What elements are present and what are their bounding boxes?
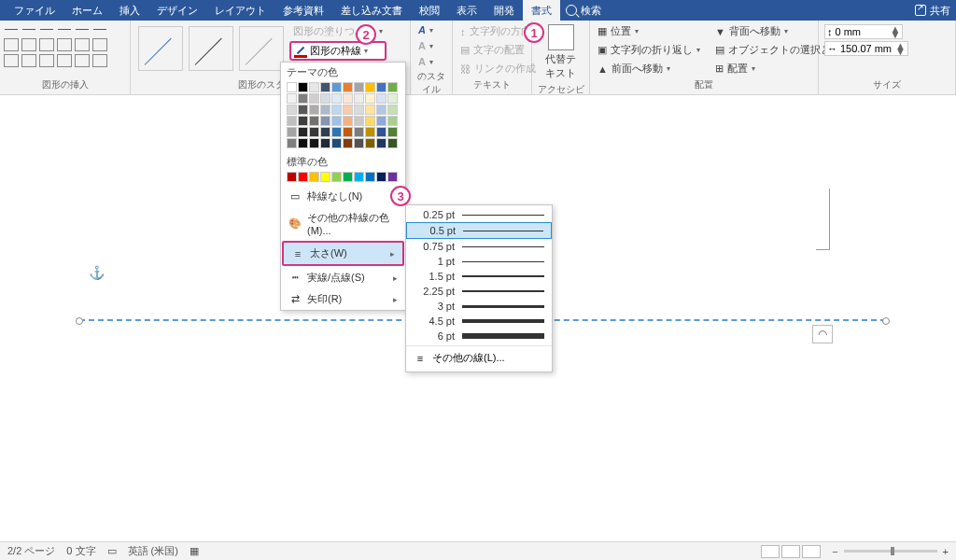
- tab-書式[interactable]: 書式: [523, 0, 560, 21]
- weight-option[interactable]: 6 pt: [406, 329, 552, 343]
- weight-option[interactable]: 1 pt: [406, 254, 552, 269]
- color-swatch[interactable]: [298, 105, 308, 115]
- tab-表示[interactable]: 表示: [448, 0, 485, 21]
- color-swatch[interactable]: [309, 138, 319, 148]
- shape-cell[interactable]: [92, 54, 107, 67]
- bring-forward-button[interactable]: ▲ 前面へ移動 ▾: [594, 60, 704, 77]
- color-swatch[interactable]: [309, 105, 319, 115]
- color-swatch[interactable]: [298, 127, 308, 137]
- shape-cell[interactable]: [57, 38, 72, 51]
- color-swatch[interactable]: [376, 127, 387, 137]
- color-swatch[interactable]: [320, 138, 330, 148]
- color-swatch[interactable]: [287, 105, 297, 115]
- page-indicator[interactable]: 2/2 ページ: [7, 544, 55, 558]
- style-preset[interactable]: [189, 26, 233, 71]
- color-swatch[interactable]: [376, 138, 387, 148]
- color-swatch[interactable]: [387, 172, 398, 182]
- color-swatch[interactable]: [287, 116, 297, 126]
- dashes-item[interactable]: ┅実線/点線(S)▸: [281, 267, 405, 288]
- color-swatch[interactable]: [376, 172, 387, 182]
- layout-options-button[interactable]: [812, 325, 833, 343]
- zoom-slider[interactable]: [844, 550, 937, 553]
- color-swatch[interactable]: [354, 138, 364, 148]
- weight-option[interactable]: 0.25 pt: [406, 207, 552, 222]
- tab-レイアウト[interactable]: レイアウト: [206, 0, 274, 21]
- color-swatch[interactable]: [343, 127, 353, 137]
- color-swatch[interactable]: [298, 138, 308, 148]
- tab-参考資料[interactable]: 参考資料: [274, 0, 332, 21]
- color-swatch[interactable]: [331, 116, 342, 126]
- color-swatch[interactable]: [298, 116, 308, 126]
- position-button[interactable]: ▦ 位置 ▾: [594, 22, 704, 40]
- tab-校閲[interactable]: 校閲: [411, 0, 448, 21]
- color-swatch[interactable]: [298, 82, 308, 92]
- weight-option[interactable]: 2.25 pt: [406, 284, 552, 299]
- style-preset[interactable]: [239, 26, 284, 71]
- arrows-item[interactable]: ⇄矢印(R)▸: [281, 288, 405, 310]
- color-swatch[interactable]: [376, 116, 387, 126]
- text-direction-button[interactable]: ↕文字列の方向: [457, 22, 535, 40]
- shape-cell[interactable]: [4, 38, 19, 51]
- color-swatch[interactable]: [320, 105, 330, 115]
- color-swatch[interactable]: [354, 127, 364, 137]
- color-swatch[interactable]: [354, 82, 364, 92]
- color-swatch[interactable]: [309, 82, 319, 92]
- color-swatch[interactable]: [287, 82, 297, 92]
- print-layout-button[interactable]: [781, 545, 800, 558]
- more-lines-item[interactable]: ≡その他の線(L)...: [406, 345, 552, 370]
- color-swatch[interactable]: [331, 172, 342, 182]
- align-text-button[interactable]: ▤文字の配置: [457, 41, 528, 59]
- shape-cell[interactable]: [39, 22, 54, 35]
- weight-item[interactable]: ≡太さ(W)▸: [282, 241, 404, 266]
- text-fill-button[interactable]: A▾: [415, 22, 437, 37]
- weight-option[interactable]: 4.5 pt: [406, 314, 552, 329]
- color-swatch[interactable]: [387, 82, 398, 92]
- macro-icon[interactable]: ▦: [190, 545, 199, 557]
- zoom-out-button[interactable]: −: [832, 546, 837, 557]
- color-swatch[interactable]: [365, 93, 375, 104]
- shape-cell[interactable]: [4, 54, 19, 67]
- word-count[interactable]: 0 文字: [66, 544, 95, 558]
- weight-option[interactable]: 3 pt: [406, 299, 552, 314]
- color-swatch[interactable]: [298, 93, 308, 104]
- color-swatch[interactable]: [387, 127, 398, 137]
- color-swatch[interactable]: [331, 127, 342, 137]
- color-swatch[interactable]: [309, 127, 319, 137]
- color-swatch[interactable]: [343, 116, 353, 126]
- width-input[interactable]: ↔▲▼: [824, 41, 908, 56]
- zoom-in-button[interactable]: +: [943, 546, 949, 557]
- resize-handle-right[interactable]: [882, 317, 890, 325]
- color-swatch[interactable]: [365, 105, 375, 115]
- color-swatch[interactable]: [320, 127, 330, 137]
- tab-挿入[interactable]: 挿入: [111, 0, 148, 21]
- shape-cell[interactable]: [57, 22, 72, 35]
- color-swatch[interactable]: [365, 138, 375, 148]
- color-swatch[interactable]: [309, 116, 319, 126]
- tab-ホーム[interactable]: ホーム: [63, 0, 111, 21]
- shape-cell[interactable]: [39, 38, 54, 51]
- color-swatch[interactable]: [354, 116, 364, 126]
- color-swatch[interactable]: [309, 172, 319, 182]
- web-layout-button[interactable]: [802, 545, 821, 558]
- color-swatch[interactable]: [387, 138, 398, 148]
- color-swatch[interactable]: [320, 116, 330, 126]
- color-swatch[interactable]: [331, 138, 342, 148]
- color-swatch[interactable]: [354, 93, 364, 104]
- color-swatch[interactable]: [287, 127, 297, 137]
- shape-cell[interactable]: [21, 22, 36, 35]
- share-button[interactable]: 共有: [915, 4, 950, 18]
- resize-handle-left[interactable]: [76, 317, 83, 325]
- weight-option[interactable]: 0.5 pt: [406, 222, 552, 239]
- shape-cell[interactable]: [39, 54, 54, 67]
- tab-差し込み文書[interactable]: 差し込み文書: [332, 0, 411, 21]
- more-colors-item[interactable]: 🎨その他の枠線の色(M)...: [281, 207, 405, 240]
- shape-cell[interactable]: [21, 54, 36, 67]
- color-swatch[interactable]: [365, 172, 375, 182]
- shapes-gallery[interactable]: [4, 22, 109, 69]
- color-swatch[interactable]: [354, 105, 364, 115]
- weight-option[interactable]: 0.75 pt: [406, 239, 552, 254]
- theme-color-grid[interactable]: [281, 82, 405, 152]
- color-swatch[interactable]: [343, 138, 353, 148]
- shape-cell[interactable]: [75, 54, 90, 67]
- color-swatch[interactable]: [287, 172, 297, 182]
